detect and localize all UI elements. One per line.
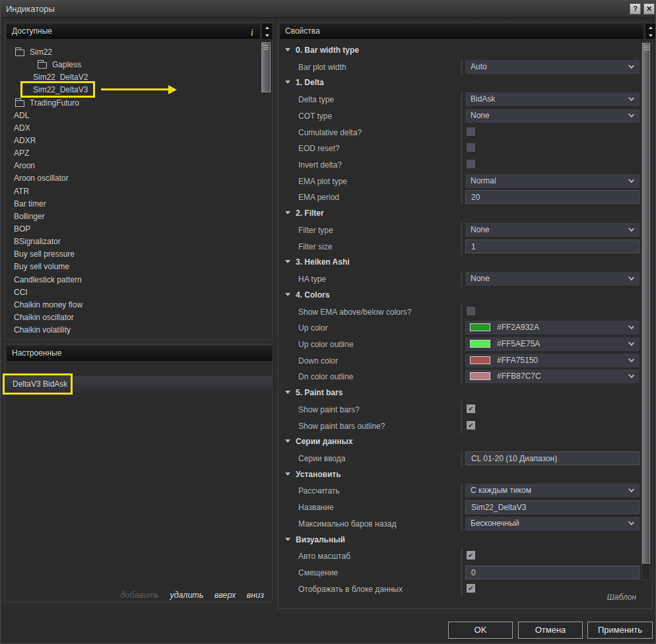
tree-item[interactable]: Candlestick pattern <box>6 273 257 286</box>
property-row: Смещение0 <box>279 564 643 581</box>
category-row[interactable]: Серии данных <box>279 434 643 450</box>
tree-item[interactable]: Aroon <box>6 159 257 172</box>
dropdown-field[interactable]: BidAsk <box>465 92 640 106</box>
dropdown-field[interactable]: None <box>465 223 640 237</box>
checkbox[interactable] <box>467 127 475 136</box>
cancel-button[interactable]: Отмена <box>518 622 583 639</box>
available-scrollbar-thumb[interactable] <box>261 42 271 92</box>
color-dropdown-field[interactable]: #FF2A932A <box>465 321 640 335</box>
category-label: 1. Delta <box>296 78 324 87</box>
remove-link[interactable]: удалить <box>170 591 203 600</box>
text-field[interactable]: CL 01-20 (10 Диапазон) <box>465 451 640 465</box>
tree-item[interactable]: Chaikin money flow <box>6 298 257 311</box>
property-row: Filter typeNone <box>279 222 643 238</box>
text-field[interactable]: 20 <box>465 190 640 204</box>
dropdown-field[interactable]: Бесконечный <box>465 517 640 531</box>
scroll-down-icon[interactable] <box>262 32 272 40</box>
chevron-down-icon <box>628 323 634 329</box>
property-value-cell <box>461 304 643 320</box>
tree-item[interactable]: Bar timer <box>6 197 257 210</box>
category-row[interactable]: 2. Filter <box>279 205 643 222</box>
color-dropdown-field[interactable]: #FF5AE75A <box>465 337 640 351</box>
tree-item[interactable]: Buy sell volume <box>6 260 257 273</box>
apply-button[interactable]: Применить <box>587 622 653 639</box>
tree-item-label: Chaikin volatility <box>14 325 71 335</box>
close-icon[interactable]: ✕ <box>643 3 655 15</box>
category-label: 2. Filter <box>296 209 324 218</box>
tree-item-label: Chaikin oscillator <box>14 313 74 322</box>
move-up-link[interactable]: вверх <box>214 591 236 600</box>
color-dropdown-field[interactable]: #FFA75150 <box>465 354 640 368</box>
tree-item[interactable]: Buy sell pressure <box>6 247 257 260</box>
checkbox[interactable] <box>467 143 475 152</box>
scroll-up-icon[interactable] <box>645 24 655 32</box>
tree-folder[interactable]: TradingFuturo <box>6 96 257 109</box>
property-value-cell: Normal <box>461 173 643 189</box>
property-value-cell: Бесконечный <box>461 515 643 532</box>
help-icon[interactable]: ? <box>630 3 641 15</box>
category-row[interactable]: 3. Heiken Ashi <box>279 254 643 271</box>
tree-item[interactable]: ADXR <box>6 134 257 146</box>
tree-item-label: Aroon <box>14 161 35 170</box>
color-swatch <box>470 372 490 380</box>
category-row[interactable]: Установить <box>279 467 643 483</box>
tree-item[interactable]: Bollinger <box>6 210 257 222</box>
dropdown-field[interactable]: Auto <box>465 60 640 74</box>
move-down-link[interactable]: вниз <box>247 591 264 600</box>
properties-scrollbar-thumb[interactable] <box>642 43 650 564</box>
tree-item[interactable]: Aroon oscillator <box>6 172 257 184</box>
tree-item[interactable]: APZ <box>6 146 257 159</box>
tree-item[interactable]: ADL <box>6 109 257 121</box>
checkbox[interactable] <box>467 160 475 168</box>
property-value-cell: С каждым тиком <box>461 482 643 499</box>
ok-button[interactable]: OK <box>448 622 513 639</box>
properties-scrollbar-track[interactable] <box>641 42 651 580</box>
category-label: Визуальный <box>296 535 345 544</box>
scroll-up-icon[interactable] <box>262 24 272 32</box>
category-row[interactable]: 0. Bar width type <box>279 42 643 59</box>
info-icon[interactable]: i <box>251 25 253 40</box>
tree-item[interactable]: ATR <box>6 185 257 197</box>
tree-item[interactable]: ADX <box>6 121 257 134</box>
scroll-down-icon[interactable] <box>645 32 655 40</box>
template-link[interactable]: Шаблон <box>607 593 636 602</box>
dropdown-value: Бесконечный <box>471 517 519 530</box>
tree-item-label: BSignalizator <box>14 237 61 246</box>
category-row[interactable]: 4. Colors <box>279 287 643 304</box>
tree-item[interactable]: CCI <box>6 286 257 298</box>
category-row[interactable]: 1. Delta <box>279 75 643 91</box>
annotation-box-configured <box>3 373 73 395</box>
dropdown-field[interactable]: None <box>465 109 640 123</box>
tree-item[interactable]: BSignalizator <box>6 235 257 247</box>
text-field[interactable]: 1 <box>465 240 640 253</box>
text-field-value: 20 <box>471 191 480 204</box>
category-label: 5. Paint bars <box>296 388 343 397</box>
dropdown-field[interactable]: Normal <box>465 174 640 188</box>
checkbox[interactable] <box>467 307 475 315</box>
tree-item[interactable]: Chaikin volatility <box>6 323 257 336</box>
add-link[interactable]: добавить <box>121 591 159 600</box>
text-field[interactable]: 0 <box>465 565 640 579</box>
property-label: HA type <box>298 274 326 284</box>
dropdown-field[interactable]: None <box>465 272 640 286</box>
property-row: Down color#FFA75150 <box>279 352 643 369</box>
checkbox[interactable]: ✔ <box>467 551 475 560</box>
category-row[interactable]: Визуальный <box>279 532 643 548</box>
category-row[interactable]: 5. Paint bars <box>279 385 643 401</box>
tree-item-label: Sim22_DeltaV2 <box>33 73 88 82</box>
tree-folder[interactable]: Sim22 <box>6 46 257 58</box>
folder-icon <box>38 62 47 69</box>
dropdown-field[interactable]: С каждым тиком <box>465 484 640 498</box>
color-dropdown-field[interactable]: #FFB87C7C <box>465 370 640 383</box>
tree-item[interactable]: Chaikin oscillator <box>6 311 257 323</box>
tree-item-label: CCI <box>14 288 28 297</box>
folder-icon <box>15 100 24 107</box>
tree-folder[interactable]: Gapless <box>6 58 257 71</box>
checkbox[interactable]: ✔ <box>467 421 475 430</box>
text-field[interactable]: Sim22_DeltaV3 <box>465 500 640 514</box>
checkbox[interactable]: ✔ <box>467 584 475 593</box>
checkbox[interactable]: ✔ <box>467 404 475 413</box>
tree-item-label: Chaikin money flow <box>14 300 82 309</box>
tree-item[interactable]: BOP <box>6 222 257 235</box>
color-hex-value: #FF5AE75A <box>497 337 540 350</box>
